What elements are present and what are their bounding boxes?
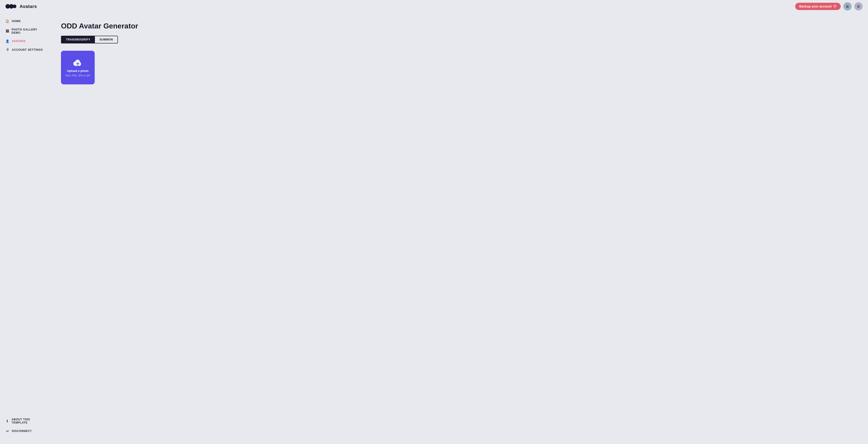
sidebar-item-about-label: About This Template — [11, 418, 44, 424]
sidebar-bottom: ℹ About This Template ↩ Disconnect — [0, 416, 50, 439]
user-initial: B — [846, 5, 849, 8]
sidebar-item-disconnect[interactable]: ↩ Disconnect — [3, 427, 47, 435]
sidebar-item-avatars[interactable]: 👤 Avatars — [3, 37, 47, 45]
page-title: ODD Avatar Generator — [61, 22, 857, 30]
sidebar-item-disconnect-label: Disconnect — [12, 430, 32, 433]
sidebar-item-account-settings[interactable]: ⠿ Account Settings — [3, 46, 47, 54]
topbar-left: Avatars — [5, 3, 37, 10]
main-content: ODD Avatar Generator Transmogrify Summon… — [50, 13, 868, 444]
upload-formats: SVG, PNG, JPG or GIF — [65, 74, 90, 77]
disconnect-icon: ↩ — [5, 429, 9, 433]
upload-area[interactable]: Upload a photo SVG, PNG, JPG or GIF — [61, 51, 95, 85]
sidebar-item-photo-gallery-label: Photo Gallery Demo — [11, 28, 44, 34]
info-icon: ℹ — [5, 419, 9, 423]
sidebar-item-home-label: Home — [12, 20, 21, 23]
odd-logo-svg — [5, 3, 17, 10]
tab-summon[interactable]: Summon — [95, 36, 118, 43]
backup-account-button[interactable]: Backup your account 🛡 — [795, 3, 841, 10]
app-title: Avatars — [20, 4, 37, 9]
settings-button[interactable]: ⚙ — [854, 2, 863, 10]
layout: 🏠 Home 🖼 Photo Gallery Demo 👤 Avatars ⠿ … — [0, 13, 868, 444]
user-avatar-button[interactable]: B — [843, 2, 851, 10]
tab-transmogrify[interactable]: Transmogrify — [61, 36, 95, 43]
cloud-upload-icon — [72, 58, 83, 67]
upload-label: Upload a photo — [67, 69, 89, 72]
svg-point-2 — [13, 5, 17, 8]
person-icon: 👤 — [5, 39, 9, 43]
sidebar-nav: 🏠 Home 🖼 Photo Gallery Demo 👤 Avatars ⠿ … — [0, 17, 50, 54]
tabs: Transmogrify Summon — [61, 36, 118, 43]
backup-label: Backup your account — [799, 5, 832, 8]
home-icon: 🏠 — [5, 19, 9, 23]
sliders-icon: ⠿ — [5, 48, 9, 52]
sidebar-item-about[interactable]: ℹ About This Template — [3, 416, 47, 426]
sidebar-item-photo-gallery[interactable]: 🖼 Photo Gallery Demo — [3, 26, 47, 36]
logo-icon — [5, 3, 17, 10]
shield-icon: 🛡 — [833, 5, 837, 8]
sidebar-item-avatars-label: Avatars — [12, 39, 26, 43]
topbar: Avatars Backup your account 🛡 B ⚙ — [0, 0, 868, 13]
image-icon: 🖼 — [5, 29, 9, 33]
sidebar-item-account-settings-label: Account Settings — [12, 48, 43, 52]
gear-icon: ⚙ — [857, 4, 860, 9]
sidebar: 🏠 Home 🖼 Photo Gallery Demo 👤 Avatars ⠿ … — [0, 13, 50, 444]
sidebar-item-home[interactable]: 🏠 Home — [3, 17, 47, 25]
topbar-right: Backup your account 🛡 B ⚙ — [795, 2, 863, 10]
